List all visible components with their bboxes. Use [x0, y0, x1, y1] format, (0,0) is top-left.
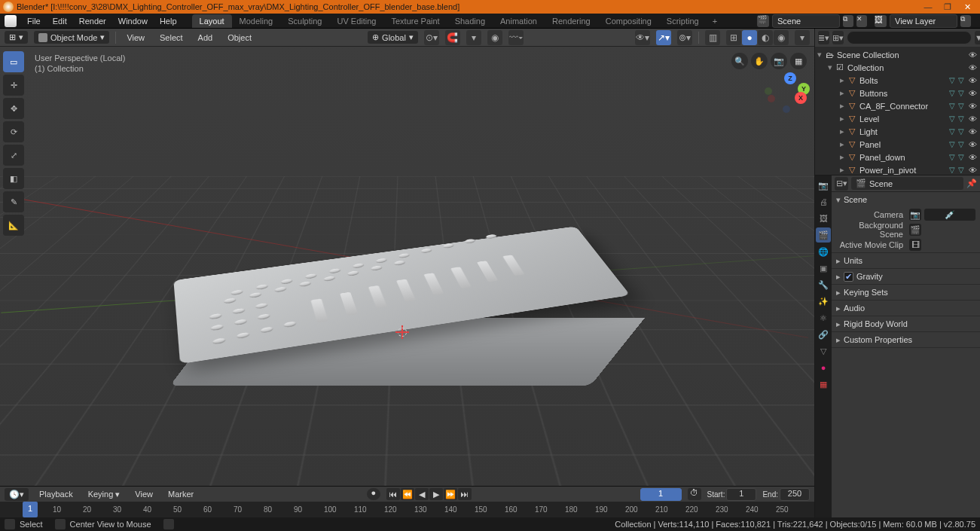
timeline-menu-view[interactable]: View — [130, 488, 157, 500]
tool-transform[interactable]: ◧ — [3, 168, 24, 189]
jump-next-key-button[interactable]: ⏩ — [444, 488, 457, 500]
play-reverse-button[interactable]: ◀ — [415, 488, 429, 500]
prop-tab-texture[interactable]: ▦ — [816, 377, 831, 392]
prop-tab-physics[interactable]: ⚛ — [816, 310, 831, 325]
orientation-gizmo[interactable]: Z Y X — [765, 72, 807, 114]
outliner-row[interactable]: ▸ ▽ Power_in_pivot ▽▽ 👁 — [815, 163, 980, 175]
panel-scene-header[interactable]: ▾Scene — [832, 192, 980, 207]
scene-delete-button[interactable]: ✕ — [856, 15, 867, 27]
camera-picker[interactable]: 📷 — [909, 209, 921, 221]
prop-tab-data[interactable]: ▽ — [816, 343, 831, 359]
proportional-dropdown[interactable]: 〰▾ — [508, 30, 524, 45]
panel-keying-header[interactable]: ▸Keying Sets — [832, 285, 980, 300]
scene-name-field[interactable] — [772, 14, 840, 28]
outliner-row[interactable]: ▸ ▽ Panel ▽▽ 👁 — [815, 138, 980, 151]
tool-select-box[interactable]: ▭ — [3, 51, 24, 72]
prop-tab-material[interactable]: ● — [816, 360, 831, 375]
outliner-row[interactable]: ▸ ▽ Bolts ▽▽ 👁 — [815, 74, 980, 87]
visibility-toggle[interactable]: 👁 — [969, 76, 977, 85]
visibility-toggle[interactable]: 👁 — [969, 63, 977, 72]
current-frame-field[interactable]: 1 — [640, 488, 682, 501]
prop-tab-scene[interactable]: 🎬 — [816, 227, 831, 243]
pan-nav-icon[interactable]: ✋ — [751, 53, 768, 69]
outliner-search-field[interactable] — [847, 31, 972, 44]
gizmo-neg-y[interactable] — [765, 87, 772, 95]
shading-wireframe[interactable]: ⊞ — [726, 30, 741, 45]
viewport-menu-view[interactable]: View — [122, 32, 149, 44]
xray-toggle[interactable]: ▥ — [705, 30, 720, 45]
gizmo-neg-z[interactable] — [783, 105, 790, 113]
jump-prev-key-button[interactable]: ⏪ — [401, 488, 414, 500]
play-button[interactable]: ▶ — [429, 488, 443, 500]
tab-shading[interactable]: Shading — [447, 14, 493, 28]
gizmo-x-axis[interactable]: X — [795, 92, 807, 104]
tab-uv-editing[interactable]: UV Editing — [329, 14, 383, 28]
outliner-filter-button[interactable]: ▼ — [975, 31, 980, 44]
panel-rigidbody-header[interactable]: ▸Rigid Body World — [832, 316, 980, 331]
overlay-toggle[interactable]: ⊚▾ — [677, 30, 692, 45]
camera-nav-icon[interactable]: 📷 — [771, 53, 787, 69]
panel-gravity-header[interactable]: ▸✔Gravity — [832, 269, 980, 284]
prop-tab-object[interactable]: ▣ — [816, 261, 831, 276]
gizmo-toggle[interactable]: ↗▾ — [656, 30, 671, 45]
menu-help[interactable]: Help — [155, 15, 182, 27]
shading-rendered[interactable]: ◉ — [774, 30, 789, 45]
viewlayer-new-button[interactable]: ⧉ — [960, 15, 971, 27]
outliner-row[interactable]: ▸ ▽ Level ▽▽ 👁 — [815, 112, 980, 125]
viewport-menu-object[interactable]: Object — [223, 32, 256, 44]
snap-dropdown[interactable]: ▾ — [466, 30, 481, 45]
tab-compositing[interactable]: Compositing — [598, 14, 659, 28]
outliner-row[interactable]: ▾ ☑ Collection 👁 — [815, 61, 980, 74]
timeline-menu-marker[interactable]: Marker — [163, 488, 198, 500]
clip-picker[interactable]: 🎞 — [909, 239, 921, 251]
end-frame-field[interactable]: 250 — [780, 488, 810, 501]
gizmo-z-axis[interactable]: Z — [784, 72, 796, 84]
visibility-toggle[interactable]: 👁 — [969, 89, 977, 98]
start-frame-field[interactable]: 1 — [726, 488, 756, 501]
editor-type-dropdown[interactable]: ⊞▾ — [5, 31, 28, 44]
shading-lookdev[interactable]: ◐ — [758, 30, 773, 45]
pivot-dropdown[interactable]: ⊙▾ — [424, 30, 439, 45]
menu-edit[interactable]: Edit — [48, 15, 72, 27]
jump-start-button[interactable]: ⏮ — [386, 488, 400, 500]
outliner-row[interactable]: ▸ ▽ Light ▽▽ 👁 — [815, 125, 980, 138]
shading-solid[interactable]: ● — [742, 30, 757, 45]
viewlayer-selector[interactable]: 🖼 ⧉ — [875, 14, 971, 28]
visibility-toggle[interactable]: 👁 — [969, 140, 977, 149]
viewport-3d[interactable]: User Perspective (Local) (1) Collection … — [0, 47, 814, 486]
maximize-button[interactable]: ❐ — [938, 2, 957, 12]
mesh-object[interactable] — [151, 205, 648, 423]
prop-tab-constraints[interactable]: 🔗 — [816, 327, 831, 342]
outliner-row[interactable]: ▸ ▽ Panel_down ▽▽ 👁 — [815, 151, 980, 163]
tool-annotate[interactable]: ✎ — [3, 191, 24, 212]
gravity-checkbox[interactable]: ✔ — [844, 272, 853, 282]
tool-cursor[interactable]: ✛ — [3, 75, 24, 96]
gizmo-neg-x[interactable] — [768, 95, 775, 102]
tool-measure[interactable]: 📐 — [3, 215, 24, 236]
timeline-menu-keying[interactable]: Keying ▾ — [84, 488, 125, 501]
preview-range-toggle[interactable]: ⏱ — [688, 488, 701, 500]
visibility-toggle[interactable]: 👁 — [969, 127, 977, 136]
close-button[interactable]: ✕ — [957, 2, 977, 12]
perspective-nav-icon[interactable]: ▦ — [790, 53, 807, 69]
tab-modeling[interactable]: Modeling — [232, 14, 281, 28]
prop-tab-output[interactable]: 🖨 — [816, 194, 831, 209]
outliner-row[interactable]: ▾ 🗁 Scene Collection 👁 — [815, 48, 980, 61]
bgscene-picker[interactable]: 🎬 — [909, 224, 921, 236]
menu-render[interactable]: Render — [75, 15, 111, 27]
visibility-toggle[interactable]: 👁 — [969, 102, 977, 111]
tab-rendering[interactable]: Rendering — [545, 14, 598, 28]
prop-tab-particles[interactable]: ✨ — [816, 294, 831, 309]
visibility-toggle[interactable]: 👁 — [969, 166, 977, 175]
viewport-menu-select[interactable]: Select — [155, 32, 188, 44]
tab-texture-paint[interactable]: Texture Paint — [383, 14, 447, 28]
timeline-editor-dropdown[interactable]: 🕓▾ — [5, 488, 29, 501]
visibility-toggle[interactable]: 👁 — [969, 153, 977, 162]
scene-new-button[interactable]: ⧉ — [843, 15, 853, 27]
outliner-row[interactable]: ▸ ▽ CA_8F_Connector ▽▽ 👁 — [815, 99, 980, 112]
prop-tab-modifier[interactable]: 🔧 — [816, 277, 831, 292]
scene-selector[interactable]: 🎬 ⧉ ✕ — [757, 14, 867, 28]
tool-move[interactable]: ✥ — [3, 98, 24, 119]
panel-audio-header[interactable]: ▸Audio — [832, 301, 980, 316]
visibility-toggle[interactable]: 👁 — [969, 50, 977, 60]
